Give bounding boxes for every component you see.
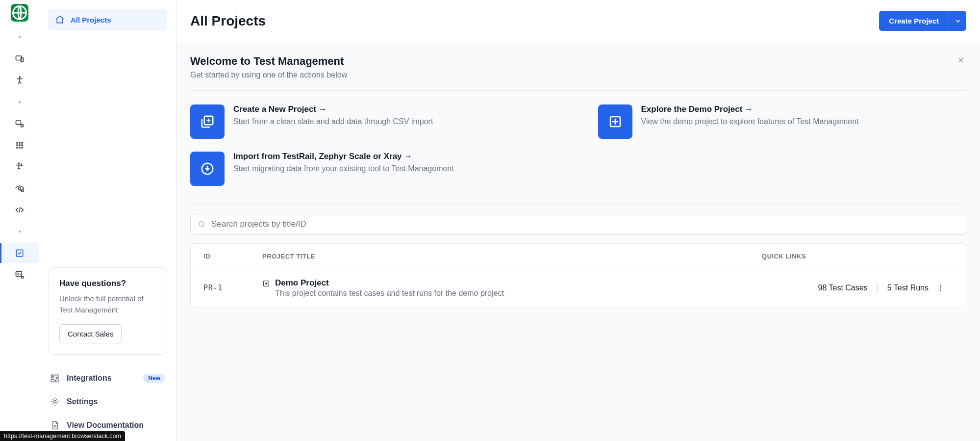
welcome-subtitle: Get started by using one of the actions … (190, 71, 347, 79)
action-desc: Start migrating data from your existing … (233, 164, 454, 173)
svg-rect-12 (16, 147, 18, 148)
svg-point-15 (18, 163, 20, 164)
gear-icon (50, 397, 60, 407)
action-import-data[interactable]: Import from TestRail, Zephyr Scale or Xr… (190, 152, 559, 186)
svg-point-21 (54, 401, 56, 403)
grid-icon (15, 140, 25, 150)
svg-rect-14 (21, 147, 23, 148)
sidebar-item-label: All Projects (71, 16, 111, 24)
svg-rect-13 (19, 147, 20, 148)
main-header: All Projects Create Project (176, 0, 980, 42)
document-icon (50, 420, 60, 430)
svg-rect-7 (19, 142, 20, 143)
search-input-wrapper[interactable] (190, 214, 966, 234)
sparkle-box-icon (608, 114, 623, 129)
svg-rect-11 (21, 144, 23, 146)
svg-point-29 (940, 289, 941, 290)
action-create-new-project[interactable]: Create a New Project → Start from a clea… (190, 104, 559, 139)
sidebar-item-all-projects[interactable]: All Projects (48, 9, 167, 30)
welcome-title: Welcome to Test Management (190, 55, 347, 68)
action-title: Explore the Demo Project → (641, 104, 859, 114)
svg-rect-8 (21, 142, 23, 143)
rail-item-reporting[interactable] (0, 265, 39, 285)
table-row[interactable]: PR-1 Demo Project This project contains … (191, 269, 966, 307)
rail-separator-3 (0, 222, 39, 241)
import-icon (190, 152, 225, 186)
contact-sales-button[interactable]: Contact Sales (59, 324, 122, 343)
rail-item-a11y-import[interactable] (0, 157, 39, 177)
svg-rect-6 (16, 142, 18, 143)
projects-table: ID PROJECT TITLE QUICK LINKS PR-1 Demo P… (190, 243, 966, 307)
row-actions-menu[interactable] (929, 284, 953, 292)
rail-separator-2 (0, 92, 39, 112)
svg-point-5 (21, 125, 23, 127)
create-project-button-group: Create Project (879, 11, 966, 31)
project-desc: This project contains test cases and tes… (275, 289, 504, 298)
svg-rect-4 (16, 121, 21, 125)
explore-demo-icon (598, 104, 632, 139)
close-welcome-button[interactable] (955, 55, 966, 67)
sidebar-link-settings[interactable]: Settings (48, 392, 167, 412)
rail-item-code[interactable] (0, 200, 39, 220)
svg-point-17 (21, 190, 23, 192)
code-icon (15, 205, 25, 215)
rail-item-responsive-settings[interactable] (0, 114, 39, 133)
chevron-down-icon (955, 18, 961, 25)
create-project-button[interactable]: Create Project (879, 11, 949, 31)
svg-rect-9 (16, 144, 18, 146)
svg-point-20 (21, 276, 23, 278)
globe-icon (11, 4, 28, 22)
accessibility-icon (15, 76, 25, 85)
link-label: View Documentation (67, 421, 144, 430)
rail-separator (0, 27, 39, 47)
create-project-dropdown-button[interactable] (949, 11, 966, 31)
plus-layers-icon (200, 114, 215, 129)
report-cog-icon (15, 270, 25, 280)
action-explore-demo-project[interactable]: Explore the Demo Project → View the demo… (598, 104, 967, 139)
status-bar-url: https://test-management.browserstack.com (0, 431, 125, 441)
action-desc: View the demo project to explore feature… (641, 117, 859, 126)
devices-icon (15, 54, 25, 64)
rail-item-devices[interactable] (0, 49, 39, 69)
accessibility-import-icon (15, 162, 25, 172)
page-title: All Projects (190, 13, 266, 29)
svg-point-27 (940, 285, 941, 286)
divider: | (877, 284, 879, 292)
col-id: ID (203, 253, 262, 260)
help-title: Have questions? (59, 279, 156, 288)
devices-cog-icon (15, 119, 25, 129)
home-icon (55, 15, 65, 25)
kebab-menu-icon (937, 284, 945, 292)
download-circle-icon (200, 161, 215, 176)
search-icon (198, 220, 205, 228)
checklist-icon (15, 248, 25, 258)
eye-cog-icon (15, 183, 25, 193)
brand-logo[interactable] (11, 4, 28, 22)
plus-square-icon (262, 280, 270, 287)
close-icon (957, 57, 964, 64)
project-id: PR-1 (203, 284, 262, 292)
svg-point-16 (18, 187, 21, 190)
main-content: All Projects Create Project Welcome to T… (176, 0, 980, 441)
rail-item-accessibility[interactable] (0, 71, 39, 90)
table-header: ID PROJECT TITLE QUICK LINKS (191, 244, 966, 269)
svg-point-3 (19, 77, 20, 78)
help-body: Unlock the full potential of Test Manage… (59, 293, 156, 315)
svg-rect-10 (19, 144, 20, 146)
action-title: Import from TestRail, Zephyr Scale or Xr… (233, 152, 454, 161)
action-desc: Start from a clean slate and add data th… (233, 117, 433, 126)
link-label: Integrations (67, 374, 112, 383)
product-icon-rail (0, 0, 39, 441)
search-input[interactable] (211, 219, 959, 229)
quick-link-test-runs[interactable]: 5 Test Runs (887, 284, 929, 292)
puzzle-icon (50, 373, 60, 383)
rail-item-apps[interactable] (0, 135, 39, 155)
rail-item-visual-testing[interactable] (0, 179, 39, 198)
rail-item-test-management[interactable] (0, 243, 39, 263)
quick-link-test-cases[interactable]: 98 Test Cases (818, 284, 868, 292)
help-card: Have questions? Unlock the full potentia… (48, 267, 167, 355)
svg-point-28 (940, 287, 941, 288)
sidebar-link-integrations[interactable]: Integrations New (48, 368, 167, 388)
link-label: Settings (67, 397, 98, 406)
col-project-title: PROJECT TITLE (262, 253, 762, 260)
